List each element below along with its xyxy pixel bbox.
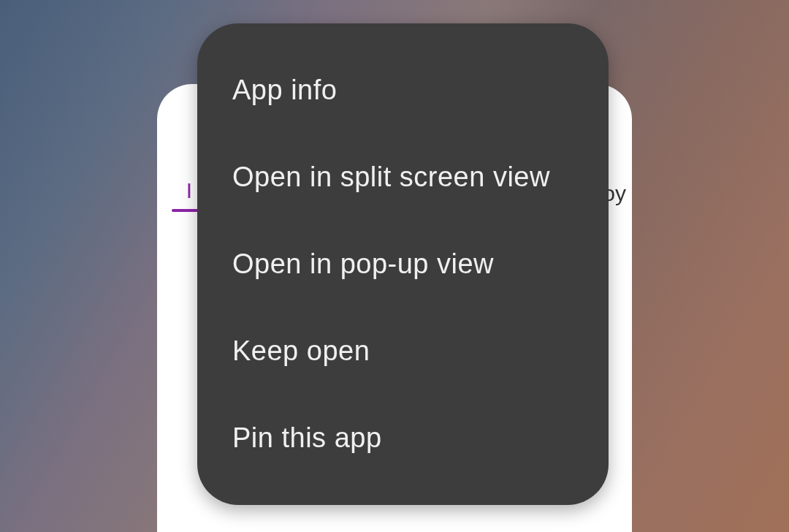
menu-item-label: App info	[232, 75, 337, 105]
menu-item-label: Pin this app	[232, 422, 382, 453]
menu-item-pin-app[interactable]: Pin this app	[197, 395, 609, 465]
menu-item-label: Keep open	[232, 335, 370, 366]
menu-item-split-screen[interactable]: Open in split screen view	[197, 134, 609, 221]
menu-item-label: Open in pop-up view	[232, 248, 494, 279]
context-menu: App info Open in split screen view Open …	[197, 23, 609, 505]
menu-item-keep-open[interactable]: Keep open	[197, 308, 609, 395]
menu-item-popup-view[interactable]: Open in pop-up view	[197, 221, 609, 308]
active-tab-label: I	[180, 178, 198, 209]
menu-item-app-info[interactable]: App info	[197, 64, 609, 134]
menu-item-label: Open in split screen view	[232, 162, 550, 192]
